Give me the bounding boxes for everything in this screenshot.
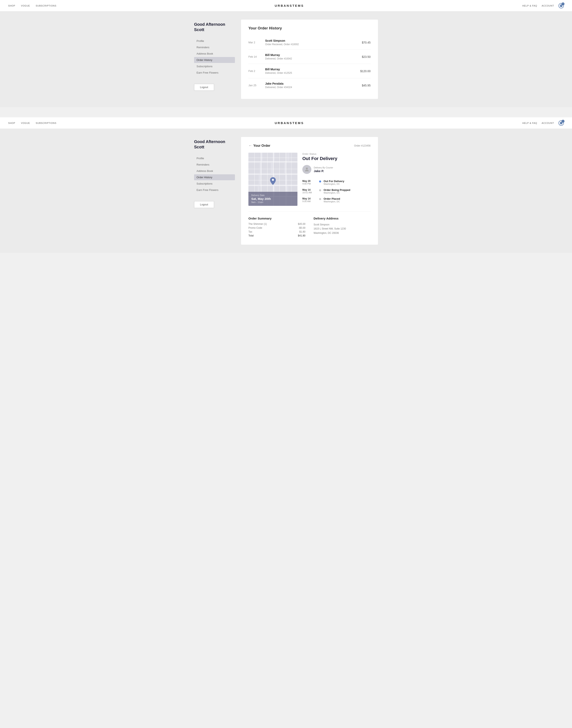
nav-help-1[interactable]: HELP & FAQ [522,4,537,7]
tracking-list: May 20 4:00 PM Out For Delivery Washingt… [302,178,371,204]
tracking-event-name-2: Order Placed [324,197,371,200]
sidebar-item-orderhistory-1[interactable]: Order History [194,57,235,63]
tracking-event-0: Out For Delivery Washington, DC [324,180,371,185]
sidebar-nav-2: Profile Reminders Address Book Order His… [194,155,235,193]
page-section-1: Good Afternoon Scott Profile Reminders A… [0,11,572,107]
order-status-2: Delivered, Order #12525 [265,72,360,74]
main-content-1: Your Order History Mar 2 Scott Simpson O… [241,20,378,99]
summary-row-3: Total $41.80 [248,234,305,237]
svg-point-33 [272,179,274,181]
order-item-1[interactable]: Feb 14 Bill Murray Delivered, Order #100… [248,50,371,64]
delivery-date-time: 9am - 11am [251,201,295,203]
order-status-panel: Order Status Out For Delivery Delivery B… [302,153,371,206]
address-line-2: Washington, DC 20036 [313,231,371,235]
sidebar-item-subscriptions-2[interactable]: Subscriptions [194,181,235,187]
summary-row-0: The Shimmer (1) $45.00 [248,222,305,225]
brand-1: URBANSTEMS [56,4,522,7]
brand-2: URBANSTEMS [56,121,522,125]
tracking-event-name-0: Out For Delivery [324,180,371,183]
summary-value-0: $45.00 [298,222,305,225]
tracking-item-0: May 20 4:00 PM Out For Delivery Washingt… [302,178,371,187]
summary-label-0: The Shimmer (1) [248,222,267,225]
sidebar-greeting-1: Good Afternoon Scott [194,22,235,32]
summary-title: Order Summary [248,217,305,220]
sidebar-item-profile-2[interactable]: Profile [194,155,235,161]
order-status-value: Out For Delivery [302,156,371,161]
order-date-3: Jan 25 [248,84,263,87]
sidebar-item-profile-1[interactable]: Profile [194,38,235,44]
address-title: Delivery Address [313,217,371,220]
svg-rect-4 [289,153,297,161]
sidebar-item-reminders-2[interactable]: Reminders [194,162,235,168]
page-gap [0,107,572,117]
summary-value-2: $1.80 [299,230,305,233]
navbar-2: SHOP VOGUE SUBSCRIPTIONS URBANSTEMS HELP… [0,117,572,129]
tracking-hour-0: 4:00 PM [302,183,317,185]
sidebar-item-addressbook-1[interactable]: Address Book [194,51,235,57]
nav-subscriptions-1[interactable]: SUBSCRIPTIONS [36,4,56,7]
cart-icon-1[interactable]: 0 [559,3,564,8]
svg-rect-7 [273,163,284,173]
order-date-1: Feb 14 [248,55,263,58]
tracking-dot-2 [319,198,321,200]
order-amount-0: $70.45 [362,41,371,44]
cart-badge-2: 0 [562,120,564,123]
order-amount-1: $23.50 [362,55,371,58]
summary-value-1: -$5.00 [298,226,305,229]
sidebar-greeting-2: Good Afternoon Scott [194,139,235,150]
tracking-hour-2: 9:05 AM [302,200,317,203]
order-item-2[interactable]: Feb 2 Bill Murray Delivered, Order #1252… [248,64,371,78]
sidebar-item-subscriptions-1[interactable]: Subscriptions [194,63,235,69]
order-info-1: Bill Murray Delivered, Order #10042 [263,53,362,60]
svg-rect-8 [286,163,297,173]
svg-rect-6 [262,163,271,173]
tracking-location-2: Washington, DC [324,200,371,203]
summary-label-2: Tax [248,230,252,233]
nav-vogue-2[interactable]: VOGUE [21,122,30,124]
order-item-3[interactable]: Jan 25 Jake Peralata Delivered, Order #3… [248,78,371,92]
sidebar-item-reminders-1[interactable]: Reminders [194,44,235,50]
svg-rect-2 [263,153,273,161]
tracking-event-name-1: Order Being Prepped [324,188,371,192]
tracking-location-1: Washington, DC [324,192,371,194]
sidebar-1: Good Afternoon Scott Profile Reminders A… [194,20,235,99]
back-arrow-icon: ← [248,143,252,148]
order-summary: Order Summary The Shimmer (1) $45.00 Pro… [248,217,305,238]
tracking-hour-1: 10:01 AM [302,191,317,194]
courier-info: Delivery By Courier Jake P. [314,167,333,173]
nav-shop-1[interactable]: SHOP [8,4,15,7]
summary-row-2: Tax $1.80 [248,230,305,233]
page-section-2: Good Afternoon Scott Profile Reminders A… [0,129,572,253]
map-container: Delivery Date Sat, May 20th 9am - 11am [248,153,297,206]
sidebar-item-addressbook-2[interactable]: Address Book [194,168,235,174]
sidebar-item-earnflowers-2[interactable]: Earn Free Flowers [194,187,235,193]
tracking-location-0: Washington, DC [324,183,371,185]
svg-rect-12 [287,175,297,184]
nav-help-2[interactable]: HELP & FAQ [522,122,537,124]
cart-icon-2[interactable]: 0 [559,120,564,126]
nav-vogue-1[interactable]: VOGUE [21,4,30,7]
order-item-0[interactable]: Mar 2 Scott Simpson Order Recieved, Orde… [248,36,371,50]
back-link[interactable]: ← Your Order [248,143,270,148]
logout-button-2[interactable]: Logout [194,201,214,208]
nav-account-1[interactable]: ACCOUNT [542,4,554,7]
svg-rect-3 [275,153,287,161]
sidebar-item-earnflowers-1[interactable]: Earn Free Flowers [194,70,235,76]
nav-left-1: SHOP VOGUE SUBSCRIPTIONS [8,4,56,7]
order-amount-3: $45.95 [362,84,371,87]
svg-rect-9 [248,175,259,184]
address-line-1: 1615 L Street NW, Suite 1230 [313,227,371,231]
nav-account-2[interactable]: ACCOUNT [542,122,554,124]
summary-label-3: Total [248,234,254,237]
order-date-2: Feb 2 [248,69,263,73]
order-status-3: Delivered, Order #34324 [265,86,362,89]
nav-shop-2[interactable]: SHOP [8,122,15,124]
order-name-2: Bill Murray [265,68,360,71]
page-inner-2: Good Afternoon Scott Profile Reminders A… [194,137,378,245]
logout-button-1[interactable]: Logout [194,84,214,91]
tracking-date-2: May 14 [302,197,317,200]
sidebar-item-orderhistory-2[interactable]: Order History [194,174,235,180]
svg-rect-5 [248,163,260,173]
nav-subscriptions-2[interactable]: SUBSCRIPTIONS [36,122,56,124]
sidebar-2: Good Afternoon Scott Profile Reminders A… [194,137,235,245]
